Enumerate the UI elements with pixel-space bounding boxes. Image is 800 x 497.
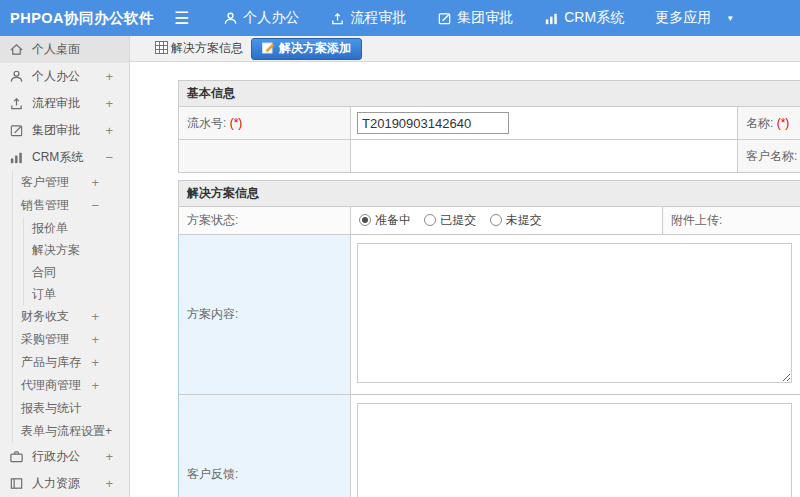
sidebar-item-label: 行政办公 — [32, 443, 80, 470]
expand-toggle[interactable]: + — [91, 351, 99, 374]
nav-more-apps[interactable]: 更多应用 — [655, 9, 711, 27]
sidebar-item-label: CRM系统 — [32, 144, 83, 171]
nav-workflow-approval[interactable]: 流程审批 — [330, 9, 406, 27]
solution-content-textarea[interactable] — [357, 243, 792, 383]
sidebar-item-label: 解决方案 — [32, 243, 80, 257]
sidebar-item-finance[interactable]: 财务收支 + — [13, 305, 129, 328]
nav-crm[interactable]: CRM系统 — [544, 9, 624, 27]
hamburger-menu-icon[interactable]: ☰ — [174, 8, 189, 29]
nav-group-approval[interactable]: 集团审批 — [437, 9, 513, 27]
sidebar-item-sales-mgmt[interactable]: 销售管理 − — [13, 194, 129, 217]
attachment-label-cell: 附件上传: — [663, 207, 800, 235]
radio-label: 未提交 — [506, 213, 542, 227]
sidebar-item-workflow-approval[interactable]: 流程审批 + — [0, 90, 129, 117]
sidebar-item-label: 报表与统计 — [21, 401, 81, 415]
expand-toggle[interactable]: + — [105, 63, 113, 90]
sidebar-item-admin-office[interactable]: 行政办公 + — [0, 443, 129, 470]
section-header-solution-info: 解决方案信息 — [179, 181, 800, 207]
sidebar-item-purchase-mgmt[interactable]: 采购管理 + — [13, 328, 129, 351]
content-label-cell: 方案内容: — [179, 235, 351, 395]
sidebar-item-products-inventory[interactable]: 产品与库存 + — [13, 351, 129, 374]
sidebar-item-contract[interactable]: 合同 — [24, 261, 129, 283]
sidebar-item-form-workflow-settings[interactable]: 表单与流程设置+ — [13, 420, 129, 443]
feedback-label: 客户反馈: — [187, 467, 238, 481]
sidebar-item-customer-mgmt[interactable]: 客户管理 + — [13, 171, 129, 194]
radio-option-not-submitted[interactable]: 未提交 — [490, 213, 542, 227]
expand-toggle[interactable]: + — [105, 470, 113, 497]
sidebar-item-solution[interactable]: 解决方案 — [24, 239, 129, 261]
basic-info-table: 基本信息 流水号: (*) 名称: (*) 客户名称: — [178, 80, 800, 173]
required-mark: (*) — [777, 116, 790, 130]
content-cell — [351, 235, 800, 395]
sidebar-item-quotation[interactable]: 报价单 — [24, 217, 129, 239]
sidebar-item-order[interactable]: 订单 — [24, 283, 129, 305]
sales-submenu: 报价单 解决方案 合同 订单 — [23, 217, 129, 305]
sidebar-item-hr[interactable]: 人力资源 + — [0, 470, 129, 497]
feedback-label-cell: 客户反馈: — [179, 395, 351, 497]
radio-option-submitted[interactable]: 已提交 — [424, 213, 476, 227]
required-mark: (*) — [230, 116, 243, 130]
briefcase-icon — [9, 449, 25, 465]
sidebar-item-label: 报价单 — [32, 221, 68, 235]
bar-chart-icon — [9, 150, 25, 166]
nav-label: CRM系统 — [564, 9, 624, 27]
section-gap — [178, 173, 800, 180]
customer-feedback-textarea[interactable] — [357, 403, 792, 497]
serial-number-input[interactable] — [357, 112, 509, 134]
solution-info-table: 解决方案信息 方案状态: 准备中 已提交 未提交 附件上传: 方案内容: — [178, 180, 800, 497]
edit-square-icon — [9, 123, 25, 139]
sidebar-item-agent-mgmt[interactable]: 代理商管理 + — [13, 374, 129, 397]
sidebar-item-label: 订单 — [32, 287, 56, 301]
status-label-cell: 方案状态: — [179, 207, 351, 235]
sidebar-item-label: 代理商管理 — [21, 378, 81, 392]
sidebar-item-desktop[interactable]: 个人桌面 — [0, 36, 129, 63]
archive-icon — [9, 476, 25, 492]
radio-label: 准备中 — [375, 213, 411, 227]
edit-form-icon — [262, 41, 275, 57]
tab-solution-info[interactable]: 解决方案信息 — [155, 40, 243, 57]
expand-toggle[interactable]: + — [105, 443, 113, 470]
expand-toggle[interactable]: + — [105, 90, 113, 117]
nav-label: 个人办公 — [243, 9, 299, 27]
sidebar-item-label: 采购管理 — [21, 332, 69, 346]
collapse-toggle[interactable]: − — [91, 194, 99, 217]
sidebar-item-reports-stats[interactable]: 报表与统计 — [13, 397, 129, 420]
expand-toggle[interactable]: + — [91, 305, 99, 328]
collapse-toggle[interactable]: − — [105, 144, 113, 171]
sidebar-item-crm[interactable]: CRM系统 − — [0, 144, 129, 171]
expand-toggle[interactable]: + — [91, 171, 99, 194]
caret-down-icon[interactable]: ▼ — [726, 14, 734, 23]
grid-icon — [155, 41, 168, 57]
tab-label: 解决方案添加 — [279, 40, 351, 57]
nav-label: 流程审批 — [350, 9, 406, 27]
tab-label: 解决方案信息 — [171, 40, 243, 57]
expand-toggle[interactable]: + — [91, 328, 99, 351]
expand-toggle[interactable]: + — [105, 117, 113, 144]
sidebar-item-label: 人力资源 — [32, 470, 80, 497]
sidebar-item-label: 集团审批 — [32, 117, 80, 144]
sidebar-item-label: 财务收支 — [21, 309, 69, 323]
sidebar-item-personal-office[interactable]: 个人办公 + — [0, 63, 129, 90]
radio-unselected-icon[interactable] — [424, 214, 436, 226]
nav-personal-office[interactable]: 个人办公 — [223, 9, 299, 27]
sidebar-item-label: 个人桌面 — [32, 36, 80, 63]
sidebar-item-label: 表单与流程设置+ — [21, 424, 112, 438]
radio-unselected-icon[interactable] — [490, 214, 502, 226]
solution-add-form: 基本信息 流水号: (*) 名称: (*) 客户名称: — [178, 80, 800, 497]
app-logo: PHPOA协同办公软件 — [0, 9, 160, 28]
sidebar-item-label: 合同 — [32, 265, 56, 279]
sidebar-item-group-approval[interactable]: 集团审批 + — [0, 117, 129, 144]
radio-selected-icon[interactable] — [359, 214, 371, 226]
content-label: 方案内容: — [187, 307, 238, 321]
radio-option-preparing[interactable]: 准备中 — [359, 213, 411, 227]
home-icon — [9, 42, 25, 58]
expand-toggle[interactable]: + — [91, 374, 99, 397]
name-label: 名称: — [746, 116, 773, 130]
name-label-cell: 名称: (*) — [738, 107, 800, 140]
tab-solution-add[interactable]: 解决方案添加 — [251, 38, 362, 60]
crm-submenu: 客户管理 + 销售管理 − 报价单 解决方案 合同 订单 财务收支 + 采购管理… — [12, 171, 129, 443]
serial-number-label: 流水号: — [187, 116, 226, 130]
person-icon — [223, 11, 238, 26]
sidebar-item-label: 销售管理 — [21, 198, 69, 212]
customer-name-label: 客户名称: — [746, 149, 797, 163]
